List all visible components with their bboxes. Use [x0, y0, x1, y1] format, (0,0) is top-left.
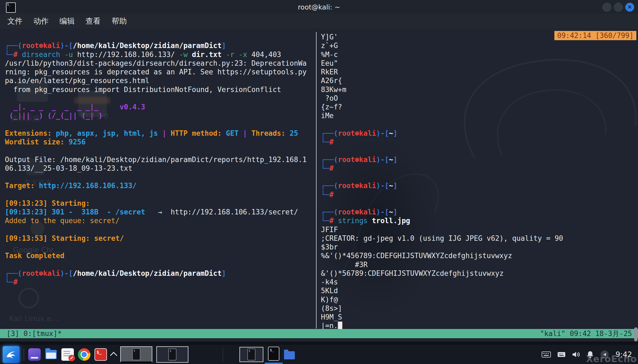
terminal-line: [5, 173, 316, 181]
menu-help[interactable]: 帮助: [112, 16, 127, 26]
terminal-line: [321, 120, 638, 129]
terminal-line: └─#: [321, 190, 638, 199]
close-button[interactable]: ×: [625, 3, 634, 12]
terminal-window-button-2[interactable]: $: [156, 346, 188, 363]
terminal-line: [5, 94, 316, 103]
terminal-scrollbar[interactable]: [634, 327, 637, 341]
terminal-line: iMe: [321, 111, 638, 120]
taskbar-separator: [24, 348, 24, 361]
menu-view[interactable]: 查看: [86, 16, 101, 26]
taskbar-clock: 9:42: [615, 350, 632, 359]
terminal-line: K)f@: [321, 295, 638, 304]
tmux-left-pane[interactable]: ┌──(root⊛kali)-[/home/kali/Desktop/zidia…: [0, 29, 316, 329]
system-tray: 9:42 XeroEcho: [542, 350, 635, 359]
input-method-icon[interactable]: [557, 351, 566, 358]
terminal-line: ┌──(root⊛kali)-[/home/kali/Desktop/zidia…: [5, 41, 316, 50]
terminal-line: Eeu": [321, 59, 638, 68]
terminal-line: └─#: [5, 278, 316, 286]
terminal-content[interactable]: 文件系统 troll.jpg 主文件夹 Google Chr... Kali L…: [0, 29, 638, 329]
terminal-line: {z~f?: [321, 103, 638, 111]
status-circle-icon[interactable]: [600, 350, 609, 359]
terminal-line: [09:13:23] 301 - 318B - /secret → http:/…: [5, 208, 316, 216]
volume-icon[interactable]: [572, 351, 580, 358]
terminal-line: %M-c: [321, 50, 638, 59]
menu-edit[interactable]: 编辑: [59, 16, 75, 26]
edit-badge-icon: [68, 355, 75, 361]
terminal-line: └─#: [321, 138, 638, 146]
terminal-line: (_||| _) (/_(_|| (_| ): [5, 111, 316, 120]
tmux-status-bar: [3] 0:[tmux]* "kali" 09:42 18-3月-25: [0, 329, 638, 338]
terminal-line: [5, 190, 316, 199]
tmux-window-flag[interactable]: [3] 0:[tmux]*: [7, 330, 62, 338]
terminal-menubar: 文件 动作 编辑 查看 帮助: [0, 14, 638, 29]
terminal-line: A26r{: [321, 76, 638, 85]
terminal-preview-icon: $: [247, 349, 255, 360]
text-editor-launcher[interactable]: [61, 348, 74, 361]
desktop-screen: $_ root@kali: ~ × 文件 动作 编辑 查看 帮助 文件系统 tr…: [0, 0, 638, 364]
terminal-line: Task Completed: [5, 251, 316, 260]
terminal-line: Added to the queue: secret/: [5, 216, 316, 225]
terminal-line: [5, 33, 316, 41]
terminal-line: [5, 146, 316, 155]
terminal-line: Output File: /home/kali/Desktop/zidian/p…: [5, 155, 316, 164]
terminal-line: pa.io/en/latest/pkg_resources.html: [5, 76, 316, 85]
terminal-line: ┌──(root⊛kali)-[~]: [321, 129, 638, 138]
window-titlebar[interactable]: $_ root@kali: ~ ×: [0, 0, 638, 14]
menu-actions[interactable]: 动作: [33, 16, 49, 26]
chevron-up-icon[interactable]: [110, 352, 117, 359]
notifications-bell-icon[interactable]: [587, 351, 594, 358]
terminal-line: 06.133/__25-03-18_09-13-23.txt: [5, 164, 316, 173]
minimize-button[interactable]: [602, 3, 611, 12]
kali-menu-button[interactable]: [3, 346, 20, 363]
terminal-line: ┌──(root⊛kali)-[~]: [321, 155, 638, 164]
terminal-line: $3br: [321, 243, 638, 251]
files-app-task[interactable]: [284, 351, 295, 359]
terminal-line: [5, 243, 316, 251]
taskbar-divider: [223, 348, 223, 361]
terminal-line: |=n.█: [321, 321, 638, 329]
terminal-line: [09:13:53] Starting: secret/: [5, 234, 316, 243]
window-title: root@kali: ~: [0, 3, 638, 11]
tmux-right-pane[interactable]: Y]G'z`+G%M-cEeu"RkERA26r{83Kw+m ?oO{z~f?…: [317, 29, 638, 329]
terminal-line: Target: http://192.168.106.133/: [5, 181, 316, 190]
maximize-button[interactable]: [614, 3, 623, 12]
active-app-indicator: [265, 363, 283, 364]
root-terminal-launcher[interactable]: $_: [94, 348, 107, 361]
terminal-line: _|. _ _ _ _ _ _|_ v0.4.3: [5, 103, 316, 111]
terminal-line: [5, 225, 316, 234]
terminal-line: from pkg_resources import DistributionNo…: [5, 85, 316, 94]
terminal-line: JFIF: [321, 225, 638, 234]
terminal-line: ┌──(root⊛kali)-[/home/kali/Desktop/zidia…: [5, 269, 316, 278]
terminal-line: RkER: [321, 68, 638, 76]
terminal-line: %&'()*456789:CDEFGHIJSTUVWXYZcdefghijstu…: [321, 251, 638, 260]
terminal-line: [321, 173, 638, 181]
terminal-line: └─# dirsearch -u http://192.168.106.133/…: [5, 50, 316, 59]
terminal-line: 83Kw+m: [321, 85, 638, 94]
terminal-line: ?oO: [321, 94, 638, 103]
terminal-line: &'()*56789:CDEFGHIJSTUVWXYZcdefghijstuvw…: [321, 269, 638, 278]
terminal-window-button-1[interactable]: $: [120, 346, 152, 363]
file-manager-launcher[interactable]: [28, 348, 41, 361]
folder-launcher[interactable]: [45, 348, 57, 361]
chrome-launcher[interactable]: [78, 348, 90, 361]
terminal-line: /usr/lib/python3/dist-packages/dirsearch…: [5, 59, 316, 68]
terminal-window-button-3[interactable]: $: [239, 347, 263, 362]
terminal-preview-icon: $: [168, 349, 176, 360]
tmux-copy-mode-indicator: 09:42:14 [360/799]: [554, 31, 636, 40]
terminal-line: └─# strings troll.jpg: [321, 216, 638, 225]
terminal-line: rning: pkg_resources is deprecated as an…: [5, 68, 316, 76]
terminal-line: -k4s: [321, 278, 638, 286]
keyboard-layout-icon[interactable]: [542, 351, 551, 358]
terminal-line: [09:13:23] Starting:: [5, 199, 316, 208]
terminal-app-task[interactable]: $_: [267, 346, 280, 363]
terminal-line: ┌──(root⊛kali)-[~]: [321, 208, 638, 216]
terminal-line: Extensions: php, aspx, jsp, html, js | H…: [5, 129, 316, 138]
terminal-line: (8s>]: [321, 304, 638, 313]
menu-file[interactable]: 文件: [7, 16, 23, 26]
taskbar: $_ $ $ $ $_: [0, 345, 638, 364]
terminal-line: └─#: [321, 164, 638, 173]
terminal-line: Wordlist size: 9256: [5, 138, 316, 146]
terminal-line: 5KLd: [321, 286, 638, 295]
terminal-line: [5, 120, 316, 129]
terminal-line: z`+G: [321, 41, 638, 50]
